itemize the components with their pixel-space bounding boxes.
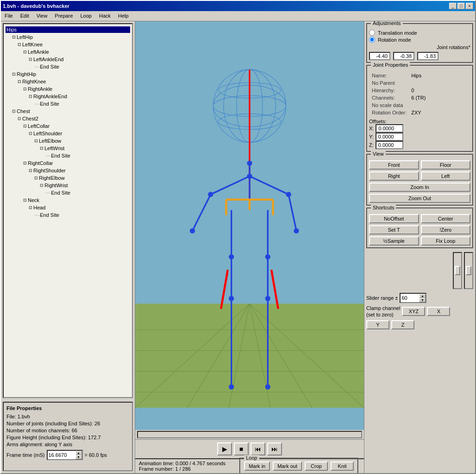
rotation-radio[interactable] [369,37,375,43]
tree-node-chest2[interactable]: ⊡Chest2 [6,115,130,122]
menu-view[interactable]: View [33,12,51,20]
left-panel: Hips ⊡LeftHip ⊡LeftKnee ⊡LeftAnkle ⊡Left… [1,21,135,473]
half-sample-button[interactable]: ½Sample [369,236,419,246]
fix-loop-button[interactable]: Fix Loop [421,236,471,246]
menu-prepare[interactable]: Prepare [51,12,76,20]
tree-node-hips[interactable]: Hips [6,26,130,33]
slider-range-down[interactable]: ▼ [419,298,426,302]
joint-tree[interactable]: Hips ⊡LeftHip ⊡LeftKnee ⊡LeftAnkle ⊡Left… [3,23,133,398]
tree-node-head[interactable]: ⊡Head [6,204,130,211]
tree-node-rightankle[interactable]: ⊡RightAnkle [6,85,130,93]
frame-time-up[interactable]: ▲ [75,451,82,455]
rewind-button[interactable]: ⏮ [251,442,265,455]
minimize-button[interactable]: _ [449,3,457,9]
no-offset-button[interactable]: NoOffset [369,214,419,223]
tree-node-leftwrist[interactable]: ⊡LeftWrist [6,145,130,152]
tree-node-rightknee[interactable]: ⊡RightKnee [6,78,130,85]
menu-file[interactable]: File [1,12,17,20]
clamp-x-button[interactable]: X [427,307,450,316]
center-button[interactable]: Center [421,214,471,223]
slider-range-input[interactable] [401,295,419,301]
stop-button[interactable]: ■ [234,442,249,455]
tree-node-chest[interactable]: ⊡Chest [6,107,130,115]
file-properties-panel: File Properties File: 1.bvh Number of jo… [3,402,133,471]
tree-node-leftankle[interactable]: ⊡LeftAnkle [6,48,130,56]
close-button[interactable]: × [466,3,473,9]
menu-loop[interactable]: Loop [77,12,95,20]
offsets-section: Offsets: X: 0.0000 Y: 0.0000 Z: 0.0000 [369,119,470,149]
tree-node-endsite4[interactable]: ····End Site [6,189,130,196]
tree-node-leftknee[interactable]: ⊡LeftKnee [6,41,130,48]
3d-viewport[interactable] [135,21,364,430]
mark-in-button[interactable]: Mark in [244,461,270,471]
left-view-button[interactable]: Left [421,171,471,181]
main-content: Hips ⊡LeftHip ⊡LeftKnee ⊡LeftAnkle ⊡Left… [1,21,475,473]
tree-node-endsite3[interactable]: ····End Site [6,152,130,159]
floor-view-button[interactable]: Floor [421,160,471,170]
offset-z-row: Z: 0.0000 [369,141,470,149]
set-t-button[interactable]: Set T [369,225,419,234]
tree-node-leftelbow[interactable]: ⊡LeftElbow [6,137,130,145]
translation-radio[interactable] [369,30,375,36]
joint-props-table: Name: Hips No Parent Hierarchy: 0 Channe… [369,71,428,117]
tree-node-rightankleend[interactable]: ⊡RightAnkleEnd [6,93,130,100]
offset-y-row: Y: 0.0000 [369,133,470,141]
tree-node-rightelbow[interactable]: ⊡RightElbow [6,174,130,182]
vert-slider-1[interactable] [453,252,462,289]
file-properties-title: File Properties [6,405,129,411]
tree-node-rightshoulder[interactable]: ⊡RightShoulder [6,167,130,174]
tree-node-leftshoulder[interactable]: ⊡LeftShoulder [6,130,130,137]
play-button[interactable]: ▶ [217,442,232,455]
rotation-mode-label: Rotation mode [378,37,411,43]
svg-point-41 [294,228,299,234]
mark-out-button[interactable]: Mark out [273,461,302,471]
frame-time-input[interactable] [48,452,75,458]
zoom-in-button[interactable]: Zoom In [369,183,470,192]
crop-button[interactable]: Crop [305,461,328,471]
menu-edit[interactable]: Edit [17,12,33,20]
vert-slider-2[interactable] [464,252,473,289]
clamp-label: Clamp channel(set to zero) [366,305,400,318]
frame-time-down[interactable]: ▼ [75,455,82,459]
h-scrollbar[interactable] [137,431,362,438]
tree-node-leftankleend[interactable]: ⊡LeftAnkleEnd [6,56,130,63]
translation-mode-label: Translation mode [378,30,417,36]
channels-row: Channels: 6 (TR) [370,95,427,101]
clamp-xyz-button[interactable]: XYZ [402,307,425,316]
channels-count: Number of motion channels: 66 [6,428,129,433]
clamp-y-button[interactable]: Y [366,320,389,329]
frame-time-spinbox[interactable]: ▲ ▼ [47,450,83,460]
tree-node-endsite1[interactable]: ····End Site [6,63,130,70]
slider-range-spinbox[interactable]: ▲ ▼ [400,293,426,303]
zoom-out-button[interactable]: Zoom Out [369,194,470,203]
tree-node-leftcollar[interactable]: ⊡LeftCollar [6,122,130,130]
skeleton-canvas [135,21,364,430]
knit-button[interactable]: Knit [331,461,354,471]
menu-hack[interactable]: Hack [95,12,114,20]
front-view-button[interactable]: Front [369,160,419,170]
main-window: 1.bvh - davedub's bvhacker _ □ × File Ed… [0,0,476,474]
offset-x-value: 0.0000 [376,124,403,133]
right-view-button[interactable]: Right [369,171,419,181]
tree-node-neck[interactable]: ⊡Neck [6,196,130,204]
tree-node-righthip[interactable]: ⊡RightHip [6,70,130,78]
title-bar-buttons: _ □ × [449,3,473,9]
tree-node-endsite5[interactable]: ····End Site [6,211,130,219]
forward-button[interactable]: ⏭ [267,442,282,455]
tree-node-rightcollar[interactable]: ⊡RightCollar [6,159,130,167]
i-zero-button[interactable]: !Zero [421,225,471,234]
vertical-sliders-area [366,252,473,289]
svg-point-36 [247,161,252,166]
tree-node-endsite2[interactable]: ····End Site [6,100,130,107]
frame-number: Frame number: 1 / 286 [139,466,236,472]
tree-node-rightwrist[interactable]: ⊡RightWrist [6,182,130,189]
clamp-z-button[interactable]: Z [391,320,414,329]
slider-range-up[interactable]: ▲ [419,294,426,298]
tree-node-lefthip[interactable]: ⊡LeftHip [6,33,130,41]
menu-help[interactable]: Help [114,12,132,20]
svg-point-31 [229,254,234,259]
adjustments-panel: Adjustments Translation mode Rotation mo… [366,23,473,63]
shortcuts-panel: Shortcuts NoOffset Center Set T !Zero ½S… [366,208,473,248]
maximize-button[interactable]: □ [457,3,465,9]
file-name: File: 1.bvh [6,414,129,419]
